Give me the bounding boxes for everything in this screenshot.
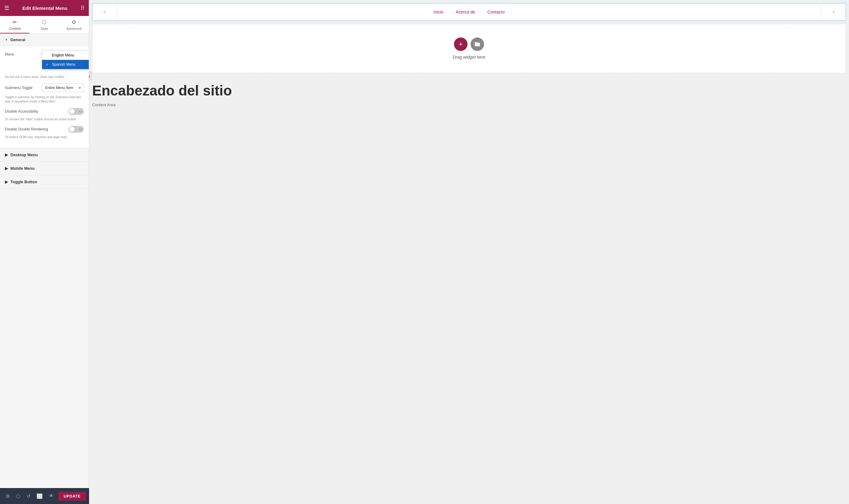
toggle-knob: [69, 109, 75, 114]
desktop-menu-arrow-icon: ▶: [5, 152, 8, 157]
disable-double-rendering-toggle[interactable]: NO: [69, 126, 84, 132]
page-title: Encabezado del sitio: [92, 82, 843, 99]
disable-double-rendering-help: To reduce DOM size, requests and page lo…: [5, 135, 84, 139]
toggle-button-header[interactable]: ▶ Toggle Button: [0, 175, 89, 188]
nav-item-contacto-label: Contacto: [487, 10, 505, 14]
mobile-menu-label: Mobile Menu: [11, 166, 35, 170]
nav-item-inicio[interactable]: Inicio: [427, 3, 450, 21]
mobile-menu-section: ▶ Mobile Menu: [0, 162, 89, 175]
checkmark-spanish: ✓: [46, 62, 50, 67]
general-arrow-icon: ▼: [5, 38, 8, 41]
disable-double-rendering-label: Disable Double Rendering: [5, 127, 69, 131]
hamburger-icon[interactable]: ☰: [4, 5, 9, 11]
toggle-no-text: NO: [79, 110, 82, 113]
nav-item-inicio-label: Inicio: [433, 10, 444, 14]
toggle-button-label: Toggle Button: [11, 180, 37, 184]
tab-style-label: Style: [40, 27, 48, 30]
nav-item-contacto[interactable]: Contacto: [481, 3, 511, 21]
desktop-menu-label: Desktop Menu: [11, 152, 38, 157]
drag-add-button[interactable]: +: [454, 37, 468, 51]
submenu-toggle-label: Submenu Toggle: [5, 86, 42, 90]
mobile-menu-header[interactable]: ▶ Mobile Menu: [0, 162, 89, 175]
desktop-menu-section: ▶ Desktop Menu: [0, 148, 89, 162]
sidebar: ☰ Edit Elemental Menu ⠿ ✏ Content ⬡ Styl…: [0, 0, 89, 504]
tab-content-label: Content: [9, 27, 21, 30]
general-section-title: General: [11, 37, 25, 42]
general-section-header[interactable]: ▼ General: [0, 34, 89, 46]
tab-style[interactable]: ⬡ Style: [30, 16, 59, 34]
disable-accessibility-help: To remove the "blue" outline around an a…: [5, 117, 84, 122]
desktop-menu-header[interactable]: ▶ Desktop Menu: [0, 148, 89, 161]
sidebar-bottom: ⚙ ⬡ ↺ ⬜ 👁 UPDATE ▼: [0, 488, 89, 504]
grid-icon[interactable]: ⠿: [81, 5, 85, 11]
main-content: + Inicio Acerca de Contacto + +: [89, 0, 849, 504]
settings-icon[interactable]: ⚙: [4, 492, 12, 500]
drag-text: Drag widget here: [453, 55, 486, 59]
sidebar-title: Edit Elemental Menu: [22, 5, 68, 11]
advanced-icon: ⚙: [72, 19, 76, 25]
toggle-button-arrow-icon: ▶: [5, 180, 8, 184]
tab-advanced[interactable]: ⚙ Advanced: [59, 16, 89, 34]
submenu-help-text: Toggle a submenu by clicking on the Subm…: [5, 95, 84, 104]
disable-accessibility-label: Disable Accessibility: [5, 109, 69, 113]
style-icon: ⬡: [42, 19, 47, 25]
responsive-icon[interactable]: ⬜: [35, 492, 45, 500]
drag-folder-button[interactable]: [471, 37, 484, 51]
collapse-toggle-button[interactable]: ◀: [89, 72, 91, 81]
nav-add-right-icon: +: [832, 8, 835, 16]
sidebar-tabs: ✏ Content ⬡ Style ⚙ Advanced: [0, 16, 89, 34]
mobile-menu-arrow-icon: ▶: [5, 166, 8, 170]
nav-add-right-button[interactable]: +: [821, 3, 846, 21]
menu-option-english[interactable]: English Menu: [42, 51, 89, 60]
disable-accessibility-toggle[interactable]: NO: [69, 108, 84, 115]
page-section: Encabezado del sitio Content Area: [89, 76, 849, 107]
tab-content[interactable]: ✏ Content: [0, 16, 30, 34]
menu-label: Menu: [5, 50, 42, 56]
nav-bar: + Inicio Acerca de Contacto +: [92, 3, 846, 21]
nav-item-acerca[interactable]: Acerca de: [450, 3, 481, 21]
nav-add-left-icon: +: [103, 8, 107, 16]
toggle-knob-2: [69, 126, 75, 132]
menu-option-spanish[interactable]: ✓ Spanish Menu: [42, 60, 89, 69]
layers-icon[interactable]: ⬡: [14, 492, 22, 500]
nav-add-left-button[interactable]: +: [92, 3, 117, 21]
submenu-toggle-wrapper: Entire Menu Item ▼: [42, 84, 84, 92]
menu-option-english-label: English Menu: [52, 53, 74, 57]
history-icon[interactable]: ↺: [24, 492, 32, 500]
submenu-toggle-row: Submenu Toggle Entire Menu Item ▼: [5, 84, 84, 92]
nav-item-acerca-label: Acerca de: [456, 10, 475, 14]
menu-help-text: Do not use a menu twice. Data may confli…: [5, 75, 84, 79]
menu-dropdown-overlay[interactable]: English Menu ✓ Spanish Menu: [42, 50, 89, 69]
content-area-label: Content Area: [92, 103, 116, 107]
menu-option-spanish-label: Spanish Menu: [52, 62, 75, 67]
menu-row: Menu English Menu ✓ Spanish Menu: [5, 50, 84, 56]
disable-accessibility-row: Disable Accessibility NO: [5, 108, 84, 115]
drag-widget-area: + Drag widget here: [92, 24, 846, 73]
content-icon: ✏: [13, 19, 17, 25]
toggle-button-section: ▶ Toggle Button: [0, 175, 89, 189]
tab-advanced-label: Advanced: [66, 27, 81, 30]
sidebar-content: ▼ General Menu English Menu ✓ Spa: [0, 34, 89, 504]
submenu-toggle-select[interactable]: Entire Menu Item: [42, 84, 84, 92]
preview-icon[interactable]: 👁: [47, 492, 56, 500]
nav-items: Inicio Acerca de Contacto: [117, 3, 821, 21]
drag-buttons: +: [454, 37, 484, 51]
update-button[interactable]: UPDATE: [58, 492, 86, 501]
toggle-no-text-2: NO: [79, 128, 82, 131]
disable-double-rendering-row: Disable Double Rendering NO: [5, 126, 84, 132]
sidebar-header: ☰ Edit Elemental Menu ⠿: [0, 0, 89, 16]
general-section-body: Menu English Menu ✓ Spanish Menu: [0, 46, 89, 148]
